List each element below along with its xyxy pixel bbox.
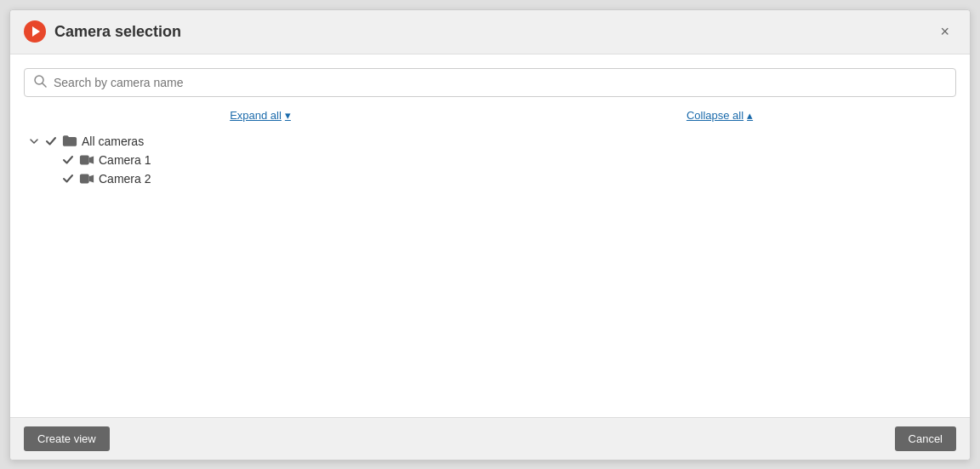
app-icon: [24, 20, 46, 43]
camera-selection-dialog: Camera selection × Expand all ▾: [9, 9, 971, 460]
expand-section: Expand all ▾: [31, 109, 490, 122]
dialog-footer: Create view Cancel: [10, 417, 970, 460]
tree-item-all-cameras[interactable]: All cameras: [24, 132, 956, 151]
search-bar: [24, 68, 956, 97]
expand-all-button[interactable]: Expand all ▾: [230, 109, 291, 122]
camera-icon-2: [78, 172, 95, 186]
create-view-button[interactable]: Create view: [24, 426, 110, 451]
all-cameras-label: All cameras: [82, 134, 144, 148]
folder-icon: [61, 134, 78, 148]
svg-marker-3: [89, 174, 94, 182]
dialog-header: Camera selection ×: [10, 10, 970, 54]
chevron-down-icon: [27, 134, 41, 148]
collapse-section: Collapse all ▴: [490, 109, 949, 122]
close-button[interactable]: ×: [933, 20, 956, 43]
camera-tree: All cameras Camera 1: [24, 132, 956, 403]
expand-collapse-row: Expand all ▾ Collapse all ▴: [24, 106, 956, 125]
dialog-body: Expand all ▾ Collapse all ▴: [10, 54, 970, 417]
header-left: Camera selection: [24, 20, 181, 43]
camera-2-label: Camera 2: [99, 172, 151, 186]
collapse-all-button[interactable]: Collapse all ▴: [687, 109, 753, 122]
camera-icon-1: [78, 153, 95, 167]
checkbox-camera-1: [61, 153, 75, 167]
tree-item-camera-2[interactable]: Camera 2: [58, 169, 956, 188]
search-input[interactable]: [54, 76, 947, 89]
dialog-title: Camera selection: [54, 23, 181, 41]
tree-item-camera-1[interactable]: Camera 1: [58, 151, 956, 169]
cancel-button[interactable]: Cancel: [895, 426, 956, 451]
checkbox-camera-2: [61, 172, 75, 186]
camera-1-label: Camera 1: [99, 153, 151, 167]
svg-line-1: [43, 83, 46, 87]
svg-marker-2: [89, 156, 94, 163]
search-icon: [33, 74, 47, 91]
checkbox-all-cameras: [44, 134, 58, 148]
tree-children: Camera 1 Camera 2: [58, 151, 956, 188]
